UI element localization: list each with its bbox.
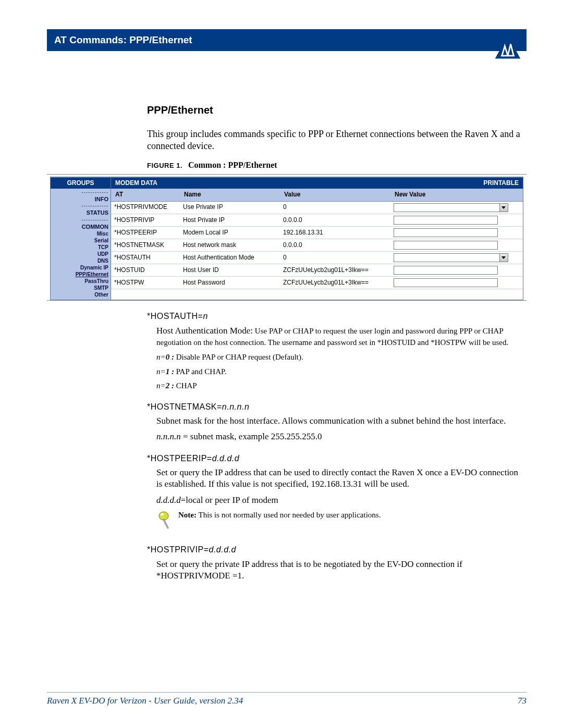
col-new-value: New Value xyxy=(390,189,523,201)
table-row: *HOSTPRIVMODEUse Private IP0 xyxy=(111,201,523,214)
page-footer: Raven X EV-DO for Verizon - User Guide, … xyxy=(47,692,527,706)
cell-at: *HOSTPW xyxy=(111,277,180,289)
new-value-input[interactable] xyxy=(394,241,498,250)
sidebar-item-misc[interactable]: Misc xyxy=(53,230,108,237)
cell-name: Host Password xyxy=(180,277,280,289)
sidebar-item-udp[interactable]: UDP xyxy=(53,251,108,257)
cell-value: 0 xyxy=(280,252,390,264)
svg-point-3 xyxy=(161,513,164,515)
cell-value: ZCFzUUeLycb2ug01L+3Ikw== xyxy=(280,277,390,289)
modem-data-table: AT Name Value New Value *HOSTPRIVMODEUse… xyxy=(111,189,523,289)
cell-new-value xyxy=(390,252,523,264)
cell-at: *HOSTPRIVMODE xyxy=(111,201,180,214)
cell-new-value xyxy=(390,226,523,239)
page-header: AT Commands: PPP/Ethernet xyxy=(47,29,527,51)
note-text: Note: This is not normally used nor need… xyxy=(178,510,381,521)
cell-at: *HOSTUID xyxy=(111,264,180,277)
col-value: Value xyxy=(280,189,390,201)
section-title: PPP/Ethernet xyxy=(147,103,521,117)
footer-title: Raven X EV-DO for Verizon - User Guide, … xyxy=(47,696,243,706)
cell-value: 0.0.0.0 xyxy=(280,214,390,226)
cmd-hostpeerip: *HOSTPEERIP=d.d.d.d Set or query the IP … xyxy=(147,453,521,534)
cmd-hostnetmask: *HOSTNETMASK=n.n.n.n Subnet mask for the… xyxy=(147,402,521,443)
sidebar-item-passthru[interactable]: PassThru xyxy=(53,278,108,285)
sidebar-item-other[interactable]: Other xyxy=(53,291,108,298)
cell-value: 0 xyxy=(280,201,390,214)
table-row: *HOSTPEERIPModem Local IP192.168.13.31 xyxy=(111,226,523,239)
cell-new-value xyxy=(390,277,523,289)
pushpin-icon xyxy=(156,510,174,534)
section-intro: This group includes commands specific to… xyxy=(147,128,521,153)
sidebar-item-dynamic-ip[interactable]: Dynamic IP xyxy=(53,264,108,271)
sidebar-item-tcp[interactable]: TCP xyxy=(53,244,108,251)
table-row: *HOSTPRIVIPHost Private IP0.0.0.0 xyxy=(111,214,523,226)
page-number: 73 xyxy=(518,696,527,706)
new-value-input[interactable] xyxy=(394,266,498,275)
new-value-select[interactable] xyxy=(394,203,508,212)
cell-at: *HOSTAUTH xyxy=(111,252,180,264)
cell-value: ZCFzUUeLycb2ug01L+3Ikw== xyxy=(280,264,390,277)
cell-name: Host Authentication Mode xyxy=(180,252,280,264)
groups-sidebar: GROUPS ------------ INFO ------------ ST… xyxy=(51,178,111,300)
cell-name: Modem Local IP xyxy=(180,226,280,239)
cell-at: *HOSTNETMASK xyxy=(111,239,180,251)
header-title: AT Commands: PPP/Ethernet xyxy=(54,34,192,46)
table-row: *HOSTNETMASKHost network mask0.0.0.0 xyxy=(111,239,523,251)
cell-name: Host network mask xyxy=(180,239,280,251)
cmd-hostauth: *HOSTAUTH=n Host Authentication Mode: Us… xyxy=(147,311,521,391)
cell-new-value xyxy=(390,239,523,251)
sidebar-item-status[interactable]: STATUS xyxy=(53,209,108,216)
sidebar-item-common[interactable]: COMMON xyxy=(53,223,108,230)
sidebar-item-ppp-ethernet[interactable]: PPP/Ethernet xyxy=(53,271,108,278)
cell-value: 192.168.13.31 xyxy=(280,226,390,239)
new-value-input[interactable] xyxy=(394,228,498,237)
brand-logo-icon xyxy=(493,33,522,65)
sidebar-item-smtp[interactable]: SMTP xyxy=(53,285,108,291)
cell-new-value xyxy=(390,214,523,226)
printable-link[interactable]: PRINTABLE xyxy=(479,178,523,189)
cell-value: 0.0.0.0 xyxy=(280,239,390,251)
table-row: *HOSTPWHost PasswordZCFzUUeLycb2ug01L+3I… xyxy=(111,277,523,289)
cell-at: *HOSTPEERIP xyxy=(111,226,180,239)
cell-name: Host User ID xyxy=(180,264,280,277)
cell-name: Host Private IP xyxy=(180,214,280,226)
figure-embedded-ui: GROUPS ------------ INFO ------------ ST… xyxy=(47,174,527,301)
cell-at: *HOSTPRIVIP xyxy=(111,214,180,226)
sidebar-item-serial[interactable]: Serial xyxy=(53,237,108,244)
new-value-select[interactable] xyxy=(394,253,508,262)
cell-name: Use Private IP xyxy=(180,201,280,214)
figure-caption: FIGURE 1. Common : PPP/Ethernet xyxy=(147,160,521,171)
new-value-input[interactable] xyxy=(394,278,498,287)
sidebar-item-info[interactable]: INFO xyxy=(53,195,108,203)
groups-header: GROUPS xyxy=(51,178,111,189)
table-row: *HOSTAUTHHost Authentication Mode0 xyxy=(111,252,523,264)
col-name: Name xyxy=(180,189,280,201)
col-at: AT xyxy=(111,189,180,201)
cell-new-value xyxy=(390,201,523,214)
modem-data-header: MODEM DATA xyxy=(111,178,479,189)
table-row: *HOSTUIDHost User IDZCFzUUeLycb2ug01L+3I… xyxy=(111,264,523,277)
new-value-input[interactable] xyxy=(394,216,498,225)
cmd-hostprivip: *HOSTPRIVIP=d.d.d.d Set or query the pri… xyxy=(147,545,521,582)
cell-new-value xyxy=(390,264,523,277)
sidebar-item-dns[interactable]: DNS xyxy=(53,257,108,264)
